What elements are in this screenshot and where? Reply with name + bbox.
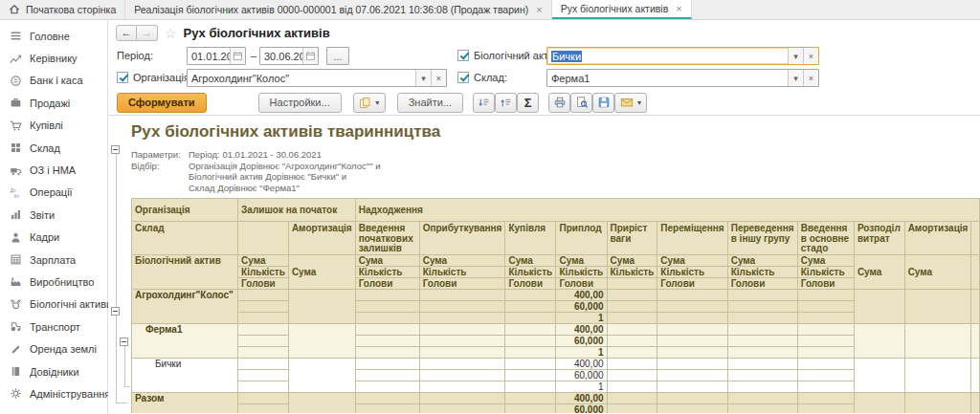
organization-checkbox[interactable] [117, 72, 128, 83]
tab-home[interactable]: Початкова сторінка [0, 0, 125, 19]
bio-asset-checkbox[interactable] [457, 50, 469, 61]
sidebar-item-zvity[interactable]: Звіти [0, 204, 107, 226]
truck-icon [10, 164, 22, 177]
bio-asset-input[interactable]: Бички ▾ × [546, 47, 819, 65]
chevron-down-icon[interactable]: ▾ [788, 70, 803, 86]
group-connector-line [116, 154, 117, 403]
favorite-star-icon[interactable]: ☆ [165, 26, 177, 41]
sidebar-item-transport[interactable]: Транспорт [0, 316, 107, 338]
priplod-qty-cell[interactable]: 60,000 [556, 403, 607, 413]
collapse-groups-button[interactable] [495, 93, 517, 113]
sidebar-item-label: Продажі [30, 98, 70, 109]
back-button[interactable]: ← [116, 25, 137, 41]
grid-icon [10, 142, 22, 154]
tab-home-label: Початкова сторінка [26, 4, 116, 15]
priplod-heads-cell[interactable]: 1 [556, 312, 607, 323]
collapse-groups-icon [500, 97, 512, 109]
row-name-cell[interactable]: Бички [132, 358, 238, 392]
header-bio-asset: Біологічний актив [132, 254, 238, 289]
tab-report[interactable]: Рух біологічних активів × [552, 0, 692, 19]
period-to-input[interactable]: 30.06.2021 [259, 47, 319, 65]
priplod-heads-cell[interactable]: 1 [556, 381, 607, 392]
report-toolbar: Сформувати Настройки... ▾ Знайти... Σ [108, 90, 980, 116]
svg-text:Дт: Дт [11, 187, 17, 193]
row-name-cell[interactable]: Ферма1 [132, 323, 238, 358]
clear-icon[interactable]: × [803, 70, 818, 86]
measure-label: Кількість [797, 266, 854, 277]
organization-label: Організація: [133, 72, 192, 83]
measure-label: Сума [419, 254, 505, 266]
spreadsheet-icon [10, 253, 22, 266]
priplod-qty-cell[interactable]: 60,000 [556, 369, 607, 381]
priplod-heads-cell[interactable]: 1 [556, 346, 607, 358]
clear-icon[interactable]: × [803, 48, 818, 64]
sidebar-item-operatsii[interactable]: ДтКт Операції [0, 182, 107, 204]
table-row: Ферма1 400,00 [132, 323, 980, 335]
settings-button[interactable]: Настройки... [258, 93, 342, 113]
generate-button[interactable]: Сформувати [117, 93, 207, 113]
sidebar-item-label: Склад [30, 142, 60, 154]
sidebar-item-vyrobnytstvo[interactable]: Виробництво [0, 271, 107, 293]
sidebar-item-kadry[interactable]: Кадри [0, 227, 107, 249]
sidebar-item-label: Головне [30, 31, 70, 42]
pen-icon [10, 343, 22, 356]
calendar-icon[interactable] [302, 48, 318, 64]
measure-label: Кількість [657, 266, 727, 277]
sum-button[interactable]: Σ [517, 93, 539, 113]
send-mail-button[interactable]: ▾ [614, 93, 647, 113]
sidebar-item-kerivnyku[interactable]: Керівнику [0, 47, 107, 69]
header-organization: Організація [132, 199, 238, 222]
priplod-sum-cell[interactable]: 400,00 [556, 323, 607, 335]
priplod-qty-cell[interactable]: 60,000 [556, 300, 607, 312]
close-icon[interactable]: × [536, 4, 542, 15]
sidebar-item-holovne[interactable]: Головне [0, 25, 107, 47]
group-connector-line [124, 346, 125, 386]
chevron-down-icon[interactable]: ▾ [415, 70, 431, 86]
sidebar-item-prodazhi[interactable]: Продажі [0, 92, 107, 114]
preview-button[interactable] [570, 93, 592, 113]
print-button[interactable] [548, 93, 570, 113]
priplod-sum-cell[interactable]: 400,00 [556, 289, 607, 300]
warehouse-checkbox[interactable] [457, 72, 469, 83]
calendar-icon[interactable] [230, 48, 245, 64]
forward-button[interactable]: → [137, 25, 158, 41]
organization-input[interactable]: Агрохолдинг"Колос" ▾ × [187, 69, 447, 87]
collapse-group-button[interactable] [111, 307, 120, 316]
report-variants-button[interactable]: ▾ [353, 93, 386, 113]
close-icon[interactable]: × [676, 3, 681, 14]
sidebar-item-bank-kasa[interactable]: Банк і каса [0, 70, 107, 92]
save-button[interactable] [592, 93, 614, 113]
priplod-sum-cell[interactable]: 400,00 [556, 358, 607, 369]
header-col: Розподіл витрат [854, 222, 904, 255]
collapse-group-button[interactable] [111, 145, 120, 154]
sigma-icon: Σ [524, 96, 532, 110]
warehouse-input[interactable]: Ферма1 ▾ × [546, 69, 819, 87]
measure-label: Кількість [607, 266, 657, 277]
measure-label: Сума [854, 254, 904, 289]
chevron-down-icon[interactable]: ▾ [788, 48, 803, 64]
sidebar-item-kupivli[interactable]: Купівлі [0, 115, 107, 137]
find-button[interactable]: Знайти... [397, 93, 463, 113]
sidebar-item-orenda-zemli[interactable]: Оренда землі [0, 338, 107, 360]
measure-label: Кількість [727, 266, 797, 277]
sidebar-item-zarplata[interactable]: Зарплата [0, 249, 107, 271]
priplod-qty-cell[interactable]: 60,000 [556, 335, 607, 346]
period-more-button[interactable]: ... [326, 47, 349, 65]
sidebar-item-bio-aktyvy[interactable]: Біологічні активи [0, 294, 107, 316]
priplod-sum-cell[interactable]: 400,00 [556, 392, 607, 403]
sidebar-item-dovidnyky[interactable]: Довідники [0, 360, 107, 382]
period-from-input[interactable]: 01.01.2021 [187, 47, 246, 65]
sidebar-item-administruvannia[interactable]: Адміністрування [0, 382, 107, 404]
expand-groups-button[interactable] [473, 93, 495, 113]
filter-line: Організація Дорівнює "Агрохолдинг"Колос"… [189, 161, 380, 172]
header-col: Купівля [505, 222, 556, 255]
row-name-cell[interactable]: Агрохолдинг"Колос" [132, 289, 238, 323]
collapse-group-button[interactable] [120, 338, 128, 346]
report-table: Організація Залишок на початок Надходжен… [131, 198, 980, 413]
measure-label: Голови [355, 277, 419, 289]
row-name-cell[interactable]: Разом [132, 392, 238, 413]
sidebar-item-sklad[interactable]: Склад [0, 137, 107, 159]
tab-document[interactable]: Реалізація біологічних активів 0000-0000… [125, 0, 551, 19]
sidebar-item-oz-nma[interactable]: ОЗ і НМА [0, 159, 107, 181]
clear-icon[interactable]: × [431, 70, 446, 86]
